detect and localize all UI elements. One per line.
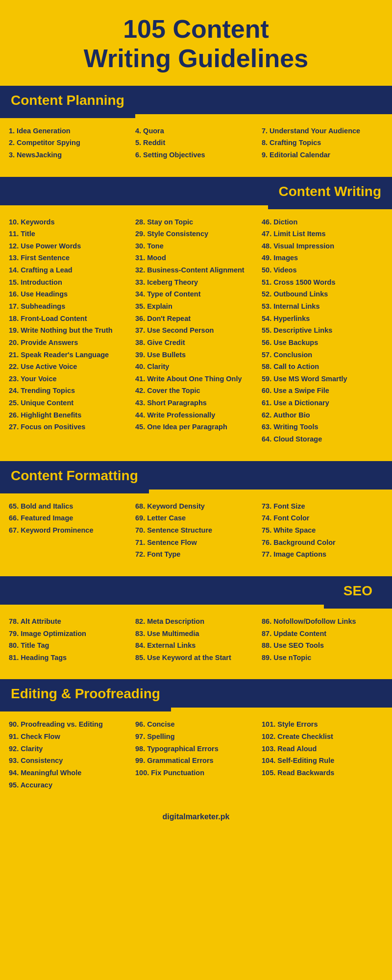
content-planning-col1: 1. Idea Generation 2. Competitor Spying …: [9, 125, 130, 161]
list-item: 26. Highlight Benefits: [9, 409, 130, 421]
list-item: 1. Idea Generation: [9, 125, 130, 137]
seo-col3: 86. Nofollow/Dofollow Links 87. Update C…: [262, 615, 383, 664]
list-item: 6. Setting Objectives: [135, 149, 257, 161]
list-item: 96. Concise: [135, 718, 257, 731]
list-item: 61. Use a Dictionary: [262, 397, 383, 409]
list-item: 91. Check Flow: [9, 731, 130, 743]
list-item: 39. Use Bullets: [135, 349, 257, 361]
content-writing-header: Content Writing: [279, 184, 381, 199]
list-item: 36. Don't Repeat: [135, 313, 257, 325]
editing-col1: 90. Proofreading vs. Editing 91. Check F…: [9, 718, 130, 791]
list-item: 80. Title Tag: [9, 639, 130, 652]
list-item: 70. Sentence Structure: [135, 524, 257, 537]
list-item: 21. Speak Reader's Language: [9, 349, 130, 361]
list-item: 104. Self-Editing Rule: [262, 755, 383, 767]
list-item: 35. Explain: [135, 300, 257, 313]
list-item: 25. Unique Content: [9, 397, 130, 409]
list-item: 67. Keyword Prominence: [9, 524, 130, 537]
list-item: 72. Font Type: [135, 548, 257, 561]
list-item: 79. Image Optimization: [9, 628, 130, 640]
list-item: 74. Font Color: [262, 512, 383, 524]
list-item: 49. Images: [262, 252, 383, 264]
list-item: 88. Use SEO Tools: [262, 639, 383, 652]
list-item: 103. Read Aloud: [262, 743, 383, 755]
title-line1: 105 Content: [123, 15, 269, 43]
list-item: 40. Clarity: [135, 361, 257, 373]
content-formatting-section: Content Formatting 65. Bold and Italics …: [0, 461, 392, 571]
list-item: 15. Introduction: [9, 276, 130, 289]
list-item: 97. Spelling: [135, 731, 257, 743]
list-item: 100. Fix Punctuation: [135, 767, 257, 779]
list-item: 19. Write Nothing but the Truth: [9, 324, 130, 337]
list-item: 5. Reddit: [135, 137, 257, 149]
list-item: 68. Keyword Density: [135, 500, 257, 513]
list-item: 65. Bold and Italics: [9, 500, 130, 513]
list-item: 47. Limit List Items: [262, 228, 383, 240]
list-item: 48. Visual Impression: [262, 240, 383, 252]
list-item: 2. Competitor Spying: [9, 137, 130, 149]
list-item: 43. Short Paragraphs: [135, 397, 257, 409]
list-item: 33. Iceberg Theory: [135, 276, 257, 289]
list-item: 16. Use Headings: [9, 288, 130, 300]
editing-section: Editing & Proofreading 90. Proofreading …: [0, 679, 392, 802]
content-formatting-col3: 73. Font Size 74. Font Color 75. White S…: [262, 500, 383, 561]
list-item: 3. NewsJacking: [9, 149, 130, 161]
list-item: 14. Crafting a Lead: [9, 264, 130, 276]
list-item: 73. Font Size: [262, 500, 383, 513]
content-planning-col2: 4. Quora 5. Reddit 6. Setting Objectives: [135, 125, 257, 161]
content-formatting-col2: 68. Keyword Density 69. Letter Case 70. …: [135, 500, 257, 561]
list-item: 105. Read Backwards: [262, 767, 383, 779]
list-item: 46. Diction: [262, 216, 383, 228]
list-item: 20. Provide Answers: [9, 337, 130, 349]
list-item: 42. Cover the Topic: [135, 385, 257, 397]
list-item: 29. Style Consistency: [135, 228, 257, 240]
list-item: 102. Create Checklist: [262, 731, 383, 743]
list-item: 44. Write Professionally: [135, 409, 257, 421]
list-item: 55. Descriptive Links: [262, 324, 383, 337]
list-item: 69. Letter Case: [135, 512, 257, 524]
content-writing-section: Content Writing 10. Keywords 11. Title 1…: [0, 177, 392, 456]
main-title: 105 Content Writing Guidelines: [0, 0, 392, 86]
content-planning-grid: 1. Idea Generation 2. Competitor Spying …: [0, 114, 392, 172]
list-item: 22. Use Active Voice: [9, 361, 130, 373]
seo-grid: 78. Alt Attribute 79. Image Optimization…: [0, 605, 392, 675]
editing-grid: 90. Proofreading vs. Editing 91. Check F…: [0, 708, 392, 802]
list-item: 10. Keywords: [9, 216, 130, 228]
list-item: 32. Business-Content Alignment: [135, 264, 257, 276]
editing-col2: 96. Concise 97. Spelling 98. Typographic…: [135, 718, 257, 791]
list-item: 51. Cross 1500 Words: [262, 276, 383, 289]
seo-col1: 78. Alt Attribute 79. Image Optimization…: [9, 615, 130, 664]
list-item: 87. Update Content: [262, 628, 383, 640]
content-formatting-col1: 65. Bold and Italics 66. Featured Image …: [9, 500, 130, 561]
list-item: 28. Stay on Topic: [135, 216, 257, 228]
list-item: 60. Use a Swipe File: [262, 385, 383, 397]
list-item: 85. Use Keyword at the Start: [135, 652, 257, 664]
list-item: 82. Meta Description: [135, 615, 257, 628]
list-item: 95. Accuracy: [9, 779, 130, 791]
list-item: 71. Sentence Flow: [135, 537, 257, 549]
list-item: 37. Use Second Person: [135, 324, 257, 337]
list-item: 53. Internal Links: [262, 300, 383, 313]
list-item: 86. Nofollow/Dofollow Links: [262, 615, 383, 628]
list-item: 89. Use nTopic: [262, 652, 383, 664]
list-item: 56. Use Backups: [262, 337, 383, 349]
list-item: 54. Hyperlinks: [262, 313, 383, 325]
list-item: 11. Title: [9, 228, 130, 240]
list-item: 66. Featured Image: [9, 512, 130, 524]
list-item: 18. Front-Load Content: [9, 313, 130, 325]
list-item: 24. Trending Topics: [9, 385, 130, 397]
list-item: 31. Mood: [135, 252, 257, 264]
list-item: 13. First Sentence: [9, 252, 130, 264]
list-item: 94. Meaningful Whole: [9, 767, 130, 779]
content-writing-col2: 28. Stay on Topic 29. Style Consistency …: [135, 216, 257, 445]
list-item: 45. One Idea per Paragraph: [135, 421, 257, 433]
list-item: 93. Consistency: [9, 755, 130, 767]
list-item: 84. External Links: [135, 639, 257, 652]
list-item: 27. Focus on Positives: [9, 421, 130, 433]
content-writing-grid: 10. Keywords 11. Title 12. Use Power Wor…: [0, 205, 392, 456]
list-item: 75. White Space: [262, 524, 383, 537]
list-item: 30. Tone: [135, 240, 257, 252]
list-item: 41. Write About One Thing Only: [135, 373, 257, 385]
content-planning-col3: 7. Understand Your Audience 8. Crafting …: [262, 125, 383, 161]
seo-section: SEO 78. Alt Attribute 79. Image Optimiza…: [0, 576, 392, 675]
